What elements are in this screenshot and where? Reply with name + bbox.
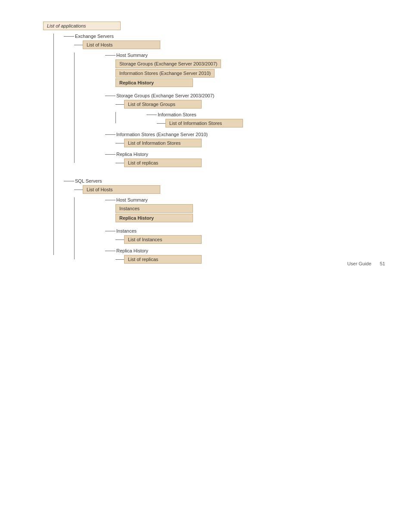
list-storage-groups-box: List of Storage Groups	[124, 100, 202, 109]
instances-section-label: Instances	[116, 228, 137, 233]
footer-page: 51	[380, 261, 385, 266]
list-replicas-sql-box: List of replicas	[124, 255, 202, 264]
list-instances-box: List of Instances	[124, 235, 202, 244]
list-info-stores-2010-box: List of Information Stores	[124, 139, 202, 147]
replica-history-section-label: Replica History	[116, 152, 148, 157]
list-replicas-exchange-box: List of replicas	[124, 159, 202, 167]
list-info-stores-box: List of Information Stores	[165, 119, 243, 128]
storage-groups-summary-box: Storage Groups (Exchange Server 2003/200…	[115, 59, 221, 68]
sql-servers-label: SQL Servers	[75, 178, 102, 184]
host-summary-exchange-label: Host Summary	[116, 53, 148, 58]
storage-groups-section-label: Storage Groups (Exchange Server 2003/200…	[116, 93, 214, 98]
sql-list-hosts-box: List of Hosts	[83, 185, 160, 194]
host-summary-sql-label: Host Summary	[116, 197, 148, 202]
info-stores-section-label: Information Stores	[158, 112, 196, 117]
replica-history-summary-box: Replica History	[115, 78, 193, 87]
replica-history-sql-summary-box: Replica History	[115, 214, 193, 222]
footer-text: User Guide	[347, 261, 371, 266]
info-stores-summary-box: Information Stores (Exchange Server 2010…	[115, 69, 215, 78]
replica-history-sql-section-label: Replica History	[116, 248, 148, 253]
exchange-servers-label: Exchange Servers	[75, 34, 114, 39]
root-box: List of applications	[43, 22, 121, 30]
instances-summary-box: Instances	[115, 204, 193, 213]
exchange-list-hosts-box: List of Hosts	[83, 40, 160, 49]
info-stores-2010-label: Information Stores (Exchange Server 2010…	[116, 132, 208, 137]
